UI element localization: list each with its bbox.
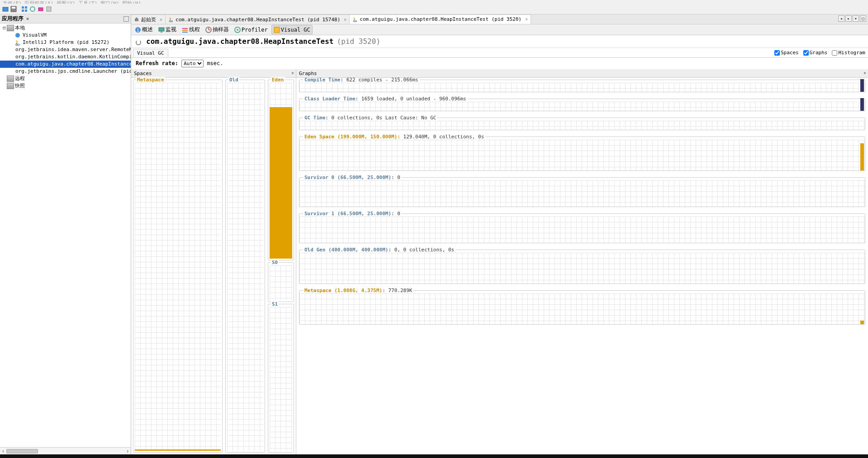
- view-label: Profiler: [242, 27, 268, 33]
- graph-legend: Survivor 1 (66.500M, 25.000M): 0: [303, 211, 402, 217]
- tree-item[interactable]: org.jetbrains.idea.maven.server.RemoteMa…: [0, 46, 131, 53]
- svg-rect-20: [159, 28, 164, 31]
- view-profiler-button[interactable]: Profiler: [232, 25, 270, 34]
- monitor-icon: [158, 27, 165, 33]
- graph-box: Survivor 1 (66.500M, 25.000M): 0: [299, 213, 865, 243]
- tree-item-label: org.jetbrains.jps.cmdline.Launcher (pid …: [15, 68, 131, 75]
- svg-rect-23: [182, 30, 188, 31]
- close-icon[interactable]: ×: [160, 17, 162, 22]
- menu-bar: 文件(F) 应用程序(A) 视图(V) 工具(T) 窗口(W) 帮助(H): [0, 0, 868, 4]
- tab-prev-icon[interactable]: ◂: [838, 15, 844, 22]
- svg-point-16: [169, 21, 173, 22]
- sidebar-tab-close-icon[interactable]: ×: [26, 16, 29, 21]
- tab-label: com.atguigu.java.chapter08.HeapInstanceT…: [360, 16, 522, 22]
- java-icon: [352, 17, 358, 22]
- tree-item-label: VisualVM: [23, 32, 47, 39]
- tb-snapshot-icon[interactable]: [37, 5, 44, 13]
- sidebar: 应用程序 × ⊟ 本地 VisualVMIntelliJ Platform (p…: [0, 14, 131, 454]
- svg-text:i: i: [137, 28, 139, 33]
- view-monitor-button[interactable]: 监视: [157, 25, 178, 34]
- visualvm-icon: [14, 32, 22, 38]
- svg-point-27: [237, 29, 238, 31]
- threads-icon: [182, 27, 188, 33]
- tree-node-snapshot[interactable]: 快照: [0, 82, 131, 90]
- visual-gc-tab-row: Visual GC Spaces Graphs Histogram: [131, 48, 868, 58]
- svg-point-11: [15, 44, 20, 46]
- checkbox-spaces[interactable]: Spaces: [774, 50, 799, 56]
- tb-settings-icon[interactable]: [45, 5, 52, 13]
- close-icon[interactable]: ×: [291, 71, 294, 76]
- tree-node-remote[interactable]: 远程: [0, 75, 131, 82]
- svg-point-7: [30, 7, 35, 11]
- svg-rect-22: [182, 28, 188, 29]
- tree-item[interactable]: org.jetbrains.jps.cmdline.Launcher (pid …: [0, 68, 131, 75]
- profiler-icon: [234, 27, 241, 33]
- tree-item[interactable]: com.atguigu.java.chapter08.HeapInstanceT…: [0, 61, 131, 68]
- svg-rect-4: [25, 6, 27, 9]
- svg-rect-3: [22, 6, 24, 9]
- process-pid: (pid 3520): [337, 37, 380, 46]
- refresh-rate-select[interactable]: Auto: [181, 60, 204, 67]
- view-threads-button[interactable]: 线程: [180, 25, 202, 34]
- subtab-visual-gc[interactable]: Visual GC: [133, 49, 168, 57]
- checkbox-graphs[interactable]: Graphs: [803, 50, 828, 56]
- graphs-panel: Graphs × Compile Time: 622 compiles - 21…: [296, 70, 868, 454]
- tb-open-icon[interactable]: [2, 5, 9, 13]
- spaces-panel: Spaces × Metaspace Old: [131, 70, 296, 454]
- tab-nav: ◂ ▸ ▾ □: [838, 15, 866, 22]
- tree-item-label: org.jetbrains.kotlin.daemon.KotlinCompil…: [15, 53, 131, 61]
- graph-legend: Metaspace (1.008G, 4.375M): 770.289K: [303, 288, 413, 293]
- process-view-toolbar: i概述监视线程抽样器ProfilerVisual GC: [131, 24, 868, 35]
- taskbar: [0, 454, 868, 458]
- main-toolbar: [0, 4, 868, 14]
- graph-box: Metaspace (1.008G, 4.375M): 770.289K: [299, 290, 865, 325]
- tree-item[interactable]: IntelliJ Platform (pid 15272): [0, 39, 131, 46]
- home-icon: [134, 17, 139, 22]
- tab-max-icon[interactable]: □: [860, 15, 866, 22]
- graph-box: GC Time: 0 collections, 0s Last Cause: N…: [299, 118, 865, 130]
- close-icon[interactable]: ×: [525, 17, 528, 22]
- tb-apps-icon[interactable]: [21, 5, 28, 13]
- view-sampler-button[interactable]: 抽样器: [204, 25, 231, 34]
- host-icon: [7, 25, 14, 31]
- tabs-bar: 起始页×com.atguigu.java.chapter08.HeapInsta…: [131, 14, 868, 24]
- scroll-right-icon[interactable]: ›: [124, 448, 131, 454]
- scroll-thumb[interactable]: [6, 449, 38, 453]
- tree-item[interactable]: org.jetbrains.kotlin.daemon.KotlinCompil…: [0, 53, 131, 61]
- sidebar-hscrollbar[interactable]: ‹ ›: [0, 447, 131, 454]
- application-tree: ⊟ 本地 VisualVMIntelliJ Platform (pid 1527…: [0, 24, 131, 447]
- sidebar-title: 应用程序: [2, 15, 24, 23]
- close-icon[interactable]: ×: [344, 17, 346, 22]
- checkbox-histogram[interactable]: Histogram: [832, 50, 865, 56]
- graph-box: Survivor 0 (66.500M, 25.000M): 0: [299, 177, 865, 207]
- svg-rect-21: [161, 32, 162, 33]
- tab-label: com.atguigu.java.chapter08.HeapInstanceT…: [175, 17, 340, 23]
- tab[interactable]: 起始页×: [131, 14, 166, 24]
- scroll-left-icon[interactable]: ‹: [0, 448, 6, 454]
- tb-save-icon[interactable]: [10, 5, 17, 13]
- view-visualgc-button[interactable]: Visual GC: [271, 25, 313, 34]
- svg-rect-5: [22, 9, 24, 12]
- close-icon[interactable]: ×: [863, 71, 866, 76]
- tree-item[interactable]: VisualVM: [0, 32, 131, 39]
- s0-label: S0: [271, 260, 279, 265]
- sidebar-minimize-icon[interactable]: [123, 16, 129, 22]
- view-label: 线程: [189, 26, 200, 33]
- tab-next-icon[interactable]: ▸: [845, 15, 852, 22]
- graph-box: Eden Space (199.000M, 150.000M): 129.040…: [299, 137, 865, 171]
- svg-rect-9: [47, 7, 51, 11]
- eden-label: Eden: [271, 77, 285, 83]
- process-title: com.atguigu.java.chapter08.HeapInstanceT…: [131, 35, 868, 48]
- tab[interactable]: com.atguigu.java.chapter08.HeapInstanceT…: [166, 14, 350, 24]
- space-metaspace: Metaspace: [133, 80, 223, 453]
- tree-item-label: com.atguigu.java.chapter08.HeapInstanceT…: [15, 61, 131, 68]
- collapse-icon[interactable]: ⊟: [2, 24, 7, 32]
- svg-rect-28: [274, 27, 280, 33]
- tb-remote-icon[interactable]: [29, 5, 36, 13]
- tab[interactable]: com.atguigu.java.chapter08.HeapInstanceT…: [350, 14, 531, 24]
- graph-bar: [860, 321, 864, 324]
- tab-list-icon[interactable]: ▾: [853, 15, 859, 22]
- tree-node-local[interactable]: ⊟ 本地: [0, 24, 131, 32]
- tree-item-label: org.jetbrains.idea.maven.server.RemoteMa…: [15, 46, 131, 53]
- view-info-button[interactable]: i概述: [133, 25, 155, 34]
